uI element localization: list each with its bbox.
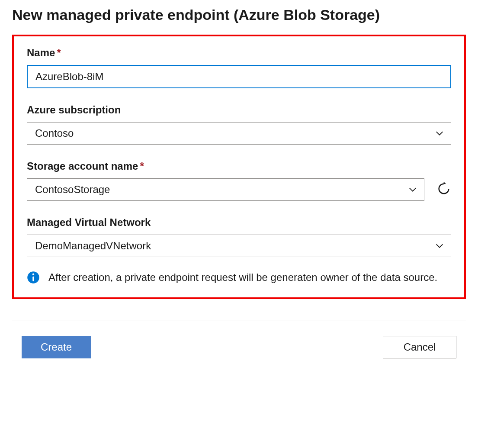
svg-point-2 [32,274,35,276]
managed-vnet-value: DemoManagedVNetwork [35,240,151,252]
refresh-button[interactable] [436,182,451,197]
field-storage-account: Storage account name* ContosoStorage [27,160,451,201]
page-title: New managed private endpoint (Azure Blob… [12,5,466,24]
form-highlight-region: Name* Azure subscription Contoso Storage… [12,35,466,299]
subscription-label-text: Azure subscription [27,104,121,116]
name-label: Name* [27,47,451,59]
storage-account-label-text: Storage account name [27,160,138,172]
managed-vnet-select[interactable]: DemoManagedVNetwork [27,235,451,257]
refresh-icon [436,181,451,198]
cancel-button[interactable]: Cancel [383,336,456,358]
storage-account-select-wrap: ContosoStorage [27,178,424,201]
storage-account-label: Storage account name* [27,160,451,172]
name-input[interactable] [27,65,451,88]
svg-rect-1 [32,277,34,281]
storage-account-value: ContosoStorage [35,184,110,196]
required-star-icon: * [140,160,144,172]
managed-vnet-label-text: Managed Virtual Network [27,216,151,228]
managed-vnet-select-wrap: DemoManagedVNetwork [27,235,451,257]
managed-vnet-label: Managed Virtual Network [27,216,451,229]
storage-account-select[interactable]: ContosoStorage [27,178,424,201]
field-managed-vnet: Managed Virtual Network DemoManagedVNetw… [27,216,451,257]
subscription-select-wrap: Contoso [27,122,451,145]
info-message-row: After creation, a private endpoint reque… [27,269,451,285]
info-message-text: After creation, a private endpoint reque… [48,269,437,285]
field-name: Name* [27,47,451,88]
footer-actions: Create Cancel [12,336,466,358]
subscription-value: Contoso [35,127,74,139]
name-label-text: Name [27,47,55,58]
info-icon [27,271,40,284]
subscription-label: Azure subscription [27,104,451,116]
create-button[interactable]: Create [22,336,91,358]
field-subscription: Azure subscription Contoso [27,104,451,145]
subscription-select[interactable]: Contoso [27,122,451,145]
footer-divider [12,320,466,320]
required-star-icon: * [57,47,61,58]
